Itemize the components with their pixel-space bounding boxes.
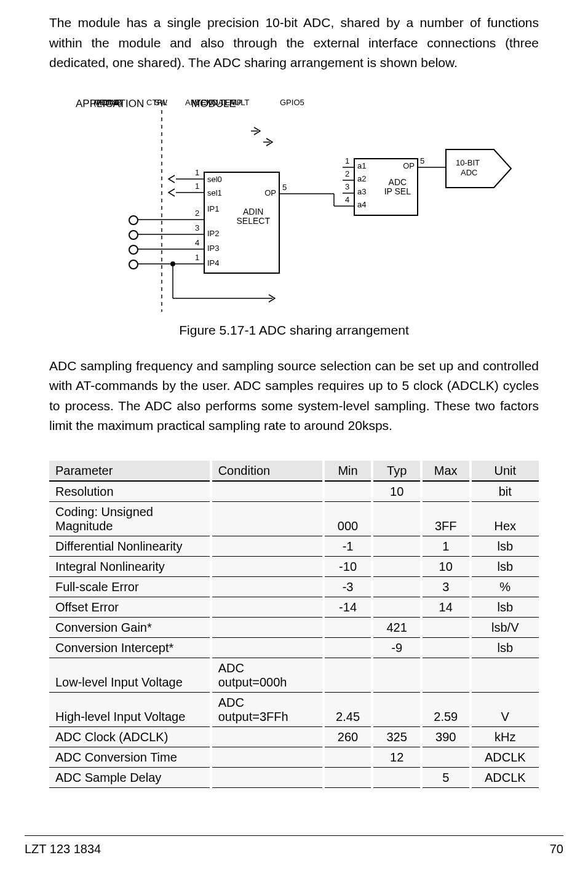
- pin-adinsel-op: OP: [264, 189, 276, 197]
- table-row: Integral Nonlinearity-1010lsb: [49, 556, 539, 576]
- cell-max: [421, 658, 471, 692]
- pin-a4: a4: [357, 201, 366, 209]
- cell-max: 5: [421, 767, 471, 787]
- label-ctrl: CTRL: [146, 98, 167, 107]
- table-row: ADC Clock (ADCLK)260325390kHz: [49, 726, 539, 747]
- table-row: Conversion Intercept*-9lsb: [49, 637, 539, 658]
- cell-unit: lsb: [471, 637, 539, 658]
- figure-caption: Figure 5.17-1 ADC sharing arrangement: [49, 323, 539, 338]
- num-adcipsel-op: 5: [420, 156, 424, 165]
- table-row: Differential Nonlinearity-11lsb: [49, 536, 539, 556]
- cell-max: [421, 481, 471, 502]
- table-row: Coding: Unsigned Magnitude0003FFHex: [49, 501, 539, 536]
- cell-min: -3: [324, 576, 373, 597]
- cell-unit: lsb: [471, 536, 539, 556]
- cell-typ: -9: [372, 637, 421, 658]
- cell-typ: 325: [372, 726, 421, 747]
- table-row: ADC Sample Delay5ADCLK: [49, 767, 539, 787]
- cell-min: [324, 658, 373, 692]
- cell-typ: [372, 597, 421, 617]
- cell-unit: lsb: [471, 556, 539, 576]
- num-adin4: 1: [195, 253, 199, 262]
- cell-condition: [211, 726, 324, 747]
- table-row: Resolution10bit: [49, 481, 539, 502]
- cell-parameter: ADC Sample Delay: [49, 767, 211, 787]
- cell-unit: Hex: [471, 501, 539, 536]
- cell-typ: [372, 501, 421, 536]
- page-number: 70: [550, 842, 563, 856]
- cell-condition: ADC output=000h: [211, 658, 324, 692]
- cell-unit: ADCLK: [471, 747, 539, 767]
- cell-unit: %: [471, 576, 539, 597]
- table-row: Full-scale Error-33%: [49, 576, 539, 597]
- cell-unit: bit: [471, 481, 539, 502]
- label-adin4: (ADIN4): [93, 98, 122, 107]
- cell-max: [421, 617, 471, 637]
- cell-condition: [211, 617, 324, 637]
- cell-max: 14: [421, 597, 471, 617]
- cell-unit: ADCLK: [471, 767, 539, 787]
- doc-number: LZT 123 1834: [25, 842, 101, 856]
- block-adc-ip-sel: ADC IP SEL a1 a2 a3 a4 OP: [354, 158, 418, 216]
- pin-ip3: IP3: [207, 244, 220, 253]
- adin-select-name1: ADIN: [243, 207, 263, 217]
- cell-min: -1: [324, 536, 373, 556]
- cell-typ: 10: [372, 481, 421, 502]
- svg-marker-19: [446, 149, 511, 188]
- cell-parameter: Full-scale Error: [49, 576, 211, 597]
- cell-typ: [372, 556, 421, 576]
- col-min: Min: [324, 461, 373, 481]
- table-row: Offset Error-1414lsb: [49, 597, 539, 617]
- cell-typ: [372, 767, 421, 787]
- pin-a1: a1: [357, 162, 366, 170]
- cell-unit: kHz: [471, 726, 539, 747]
- cell-condition: [211, 481, 324, 502]
- cell-unit: lsb: [471, 597, 539, 617]
- block-adin-select: ADIN SELECT sel0 sel1 IP1 IP2 IP3 IP4 OP: [204, 172, 280, 274]
- col-condition: Condition: [211, 461, 324, 481]
- col-typ: Typ: [372, 461, 421, 481]
- cell-parameter: Resolution: [49, 481, 211, 502]
- adc-paragraph: ADC sampling frequency and sampling sour…: [49, 356, 539, 436]
- cell-parameter: Conversion Gain*: [49, 617, 211, 637]
- col-unit: Unit: [471, 461, 539, 481]
- cell-min: -14: [324, 597, 373, 617]
- pin-sel1: sel1: [207, 189, 222, 197]
- adc-diagram: APPLICATION MODULE VCXO TEMP ANTENNA FAU…: [70, 98, 518, 312]
- adcipsel-name2: IP SEL: [384, 186, 411, 196]
- cell-unit: [471, 658, 539, 692]
- num-sw2: 1: [195, 181, 199, 191]
- cell-parameter: Conversion Intercept*: [49, 637, 211, 658]
- adc-name1: 10-BIT: [456, 158, 480, 167]
- cell-parameter: ADC Clock (ADCLK): [49, 726, 211, 747]
- cell-min: [324, 747, 373, 767]
- cell-condition: [211, 576, 324, 597]
- cell-typ: 421: [372, 617, 421, 637]
- table-row: High-level Input VoltageADC output=3FFh2…: [49, 692, 539, 726]
- cell-max: 2.59: [421, 692, 471, 726]
- cell-unit: lsb/V: [471, 617, 539, 637]
- cell-parameter: Offset Error: [49, 597, 211, 617]
- col-parameter: Parameter: [49, 461, 211, 481]
- cell-max: 390: [421, 726, 471, 747]
- cell-condition: [211, 637, 324, 658]
- col-max: Max: [421, 461, 471, 481]
- pin-adin2: [129, 230, 138, 240]
- cell-parameter: ADC Conversion Time: [49, 747, 211, 767]
- label-gpio5: GPIO5: [280, 98, 304, 107]
- cell-min: [324, 767, 373, 787]
- cell-max: [421, 637, 471, 658]
- cell-max: [421, 747, 471, 767]
- num-a4: 4: [345, 195, 349, 204]
- num-a1: 1: [345, 156, 349, 165]
- adin-select-name2: SELECT: [237, 216, 270, 226]
- cell-min: 260: [324, 726, 373, 747]
- cell-min: [324, 617, 373, 637]
- table-row: Low-level Input VoltageADC output=000h: [49, 658, 539, 692]
- cell-condition: [211, 536, 324, 556]
- pin-ip2: IP2: [207, 229, 220, 238]
- cell-condition: [211, 747, 324, 767]
- pin-adin4: [129, 260, 138, 269]
- pin-adin1: [129, 215, 138, 225]
- cell-typ: [372, 576, 421, 597]
